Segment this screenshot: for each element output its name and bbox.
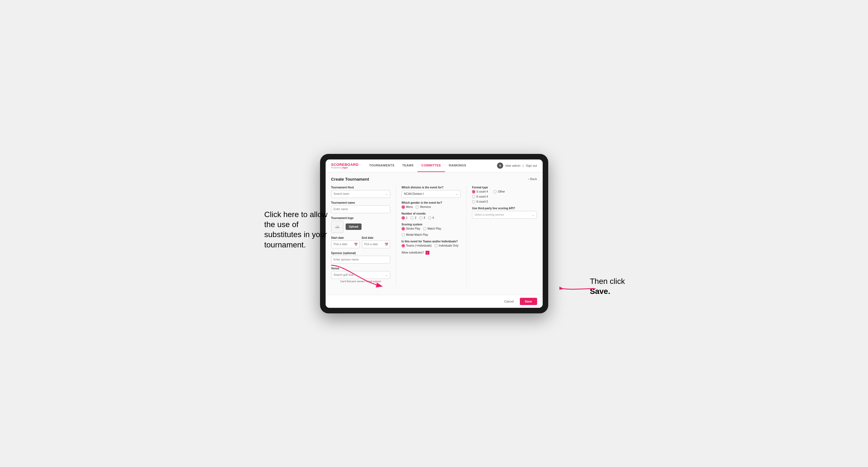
gender-womens-radio[interactable]	[415, 206, 419, 209]
rounds-group: Number of rounds 1 2	[402, 212, 461, 220]
rounds-1-radio[interactable]	[402, 216, 405, 220]
tournament-host-input[interactable]	[331, 190, 390, 198]
format-6count5[interactable]: 6 count 5	[472, 200, 537, 204]
arrow-right-icon	[559, 280, 598, 298]
format-6count4-radio[interactable]	[472, 195, 475, 198]
scoring-stroke[interactable]: Stroke Play	[402, 227, 420, 230]
right-column: Format type 5 count 4 Other	[472, 186, 537, 286]
logo-upload-area: ⛰ Upload	[331, 221, 390, 233]
date-row: Start date 📅 End date 📅	[331, 236, 390, 248]
gender-mens[interactable]: Mens	[402, 206, 413, 209]
sponsor-label: Sponsor (optional)	[331, 252, 390, 255]
api-group: Use third-party live scoring API? Select…	[472, 207, 537, 219]
logo-placeholder-icon: ⛰	[331, 221, 343, 233]
rounds-label: Number of rounds	[402, 212, 461, 215]
start-date-calendar-icon: 📅	[354, 242, 358, 246]
format-6count5-radio[interactable]	[472, 200, 475, 204]
gender-group: Which gender is the event for? Mens Wome…	[402, 201, 461, 209]
nav-bar: SCOREBOARD Powered by clippd TOURNAMENTS…	[326, 159, 543, 172]
teams-individuals[interactable]: Teams (+Individuals)	[402, 244, 432, 247]
teams-individuals-radio[interactable]	[402, 244, 405, 247]
scoring-group: Scoring system Stroke Play Match Play	[402, 223, 461, 237]
form-footer: Cancel Save	[326, 295, 543, 308]
rounds-4[interactable]: 4	[428, 216, 434, 220]
division-select[interactable]: NCAA Division I	[402, 190, 461, 198]
format-label: Format type	[472, 186, 537, 189]
scoring-match-radio[interactable]	[423, 227, 426, 230]
start-date-group: Start date 📅	[331, 236, 360, 248]
sign-out-link[interactable]: Sign out	[526, 164, 537, 167]
gender-radio-group: Mens Womens	[402, 206, 461, 209]
division-group: Which division is the event for? NCAA Di…	[402, 186, 461, 198]
tournament-name-label: Tournament name	[331, 201, 390, 204]
tournament-host-label: Tournament Host	[331, 186, 390, 189]
start-date-label: Start date	[331, 236, 360, 239]
nav-tournaments[interactable]: TOURNAMENTS	[365, 159, 398, 172]
team-radio-group: Teams (+Individuals) Individuals Only	[402, 244, 461, 247]
nav-links: TOURNAMENTS TEAMS COMMITTEE RANKINGS	[365, 159, 497, 172]
tournament-name-group: Tournament name	[331, 201, 390, 213]
substitutes-group: Allow substitutes? ✓	[402, 251, 461, 255]
format-other-radio[interactable]	[493, 190, 497, 193]
end-date-calendar-icon: 📅	[384, 242, 389, 246]
rounds-3-radio[interactable]	[419, 216, 423, 220]
avatar: B	[497, 162, 503, 169]
scoring-radio-group: Stroke Play Match Play Medal Match Play	[402, 227, 461, 237]
format-other[interactable]: Other	[493, 190, 505, 193]
back-link[interactable]: Back	[528, 177, 537, 181]
scoring-service-select[interactable]: Select a scoring service	[472, 211, 537, 219]
annotation-right: Then click Save.	[590, 276, 646, 297]
rounds-2-radio[interactable]	[410, 216, 413, 220]
substitutes-label: Allow substitutes?	[402, 251, 424, 254]
rounds-2[interactable]: 2	[410, 216, 416, 220]
logo-powered: Powered by clippd	[331, 167, 359, 169]
annotation-left: Click here to allow the use of substitut…	[265, 210, 331, 250]
nav-rankings[interactable]: RANKINGS	[445, 159, 470, 172]
scoring-stroke-radio[interactable]	[402, 227, 405, 230]
tournament-host-group: Tournament Host	[331, 186, 390, 198]
nav-separator: |	[523, 164, 524, 167]
rounds-3[interactable]: 3	[419, 216, 425, 220]
format-group: Format type 5 count 4 Other	[472, 186, 537, 204]
individuals-only-radio[interactable]	[434, 244, 438, 247]
gender-mens-radio[interactable]	[402, 206, 405, 209]
arrow-left-icon	[329, 260, 384, 294]
nav-teams[interactable]: TEAMS	[398, 159, 417, 172]
scoring-label: Scoring system	[402, 223, 461, 226]
tournament-name-input[interactable]	[331, 206, 390, 213]
logo-scoreboard: SCOREBOARD	[331, 162, 359, 167]
tournament-logo-group: Tournament logo ⛰ Upload	[331, 217, 390, 233]
individuals-only[interactable]: Individuals Only	[434, 244, 459, 247]
gender-label: Which gender is the event for?	[402, 201, 461, 204]
rounds-1[interactable]: 1	[402, 216, 408, 220]
substitutes-checkbox-label[interactable]: Allow substitutes? ✓	[402, 251, 461, 255]
format-6count4[interactable]: 6 count 4	[472, 195, 537, 198]
format-5count4[interactable]: 5 count 4	[472, 190, 488, 193]
save-button[interactable]: Save	[520, 298, 537, 305]
rounds-4-radio[interactable]	[428, 216, 431, 220]
scoring-medal-match[interactable]: Medal Match Play	[402, 233, 428, 237]
rounds-radio-group: 1 2 3	[402, 216, 461, 220]
api-label: Use third-party live scoring API?	[472, 207, 537, 210]
middle-column: Which division is the event for? NCAA Di…	[402, 186, 466, 286]
gender-womens[interactable]: Womens	[415, 206, 431, 209]
upload-button[interactable]: Upload	[346, 223, 362, 230]
format-5count4-radio[interactable]	[472, 190, 475, 193]
end-date-group: End date 📅	[362, 236, 390, 248]
team-individual-label: Is this event for Teams and/or Individua…	[402, 240, 461, 243]
team-individual-group: Is this event for Teams and/or Individua…	[402, 240, 461, 247]
scoring-medal-match-radio[interactable]	[402, 233, 405, 237]
division-label: Which division is the event for?	[402, 186, 461, 189]
logo-area: SCOREBOARD Powered by clippd	[331, 162, 359, 169]
substitutes-checkbox[interactable]: ✓	[426, 251, 429, 255]
nav-committee[interactable]: COMMITTEE	[417, 159, 445, 172]
tournament-logo-label: Tournament logo	[331, 217, 390, 220]
user-name: blair admin	[505, 164, 520, 167]
page-header: Create Tournament Back	[331, 177, 537, 182]
end-date-label: End date	[362, 236, 390, 239]
scoring-match[interactable]: Match Play	[423, 227, 441, 230]
nav-right: B blair admin | Sign out	[497, 162, 537, 169]
format-options: 5 count 4 Other 6 count 4	[472, 190, 537, 204]
cancel-button[interactable]: Cancel	[501, 298, 517, 305]
page-title: Create Tournament	[331, 177, 369, 182]
